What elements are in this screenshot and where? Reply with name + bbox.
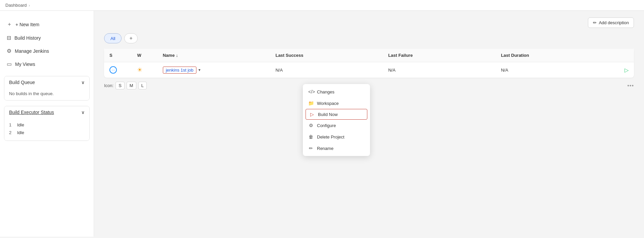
- cell-weather-icon: ☀: [132, 62, 157, 78]
- views-icon: ▭: [7, 61, 12, 67]
- breadcrumb: Dashboard ›: [0, 0, 644, 11]
- main-layout: ＋ + New Item ⊟ Build History ⚙ Manage Je…: [0, 11, 644, 237]
- size-btn-s[interactable]: S: [116, 82, 125, 89]
- folder-icon: 📁: [308, 101, 314, 106]
- col-header-last-failure: Last Failure: [383, 49, 496, 62]
- build-history-label: Build History: [14, 35, 41, 41]
- plus-icon: ＋: [7, 21, 12, 28]
- cell-last-success: N/A: [270, 62, 383, 78]
- table-body: ··· ☀ jenkins 1st job ▾ N/A N/A N/A: [104, 62, 634, 78]
- col-header-last-success: Last Success: [270, 49, 383, 62]
- dropdown-menu: </> Changes 📁 Workspace ▷ Build Now ⚙ Co…: [303, 84, 370, 156]
- build-queue-section: Build Queue ∨ No builds in the queue.: [4, 76, 90, 101]
- job-dropdown-button[interactable]: ▾: [198, 68, 201, 72]
- build-queue-title: Build Queue: [9, 80, 35, 85]
- code-icon: </>: [308, 89, 314, 94]
- tab-add[interactable]: +: [124, 33, 137, 43]
- build-executor-title: Build Executor Status: [9, 110, 54, 115]
- sidebar-item-manage-jenkins[interactable]: ⚙ Manage Jenkins: [0, 44, 94, 57]
- add-description-button[interactable]: ✏ Add description: [588, 17, 634, 28]
- col-header-w: W: [132, 49, 157, 62]
- size-btn-l[interactable]: L: [138, 82, 147, 89]
- col-header-s: S: [104, 49, 132, 62]
- more-options-icon[interactable]: •••: [627, 83, 634, 89]
- executor-status-1: Idle: [17, 122, 24, 127]
- add-description-label: Add description: [599, 20, 629, 25]
- chevron-down-icon-executor: ∨: [81, 110, 85, 115]
- dropdown-label-rename: Rename: [317, 146, 333, 151]
- cell-status-icon: ···: [104, 62, 132, 78]
- col-header-name[interactable]: Name ↓: [157, 49, 270, 62]
- configure-icon: ⚙: [308, 123, 314, 128]
- dropdown-item-build-now[interactable]: ▷ Build Now: [306, 109, 367, 120]
- size-btn-m[interactable]: M: [127, 82, 136, 89]
- gear-icon: ⚙: [7, 48, 11, 54]
- manage-jenkins-label: Manage Jenkins: [15, 48, 49, 54]
- build-queue-content: No builds in the queue.: [4, 88, 89, 100]
- executor-num-2: 2: [9, 130, 14, 135]
- build-queue-empty: No builds in the queue.: [9, 91, 54, 96]
- icon-size-label: Icon:: [104, 83, 113, 88]
- cell-last-duration: N/A: [496, 62, 608, 78]
- job-name-link[interactable]: jenkins 1st job: [163, 67, 196, 74]
- executor-item-2: 2 Idle: [9, 129, 85, 136]
- executor-num-1: 1: [9, 122, 14, 127]
- dropdown-label-workspace: Workspace: [317, 101, 339, 106]
- build-executor-header[interactable]: Build Executor Status ∨: [4, 106, 89, 118]
- rename-icon: ✏: [308, 146, 314, 151]
- cell-last-failure: N/A: [383, 62, 496, 78]
- sidebar-item-new-item[interactable]: ＋ + New Item: [0, 17, 94, 31]
- new-item-label: + New Item: [15, 22, 39, 27]
- breadcrumb-chevron: ›: [29, 3, 30, 7]
- weather-sun-icon: ☀: [137, 67, 142, 73]
- tab-all[interactable]: All: [104, 33, 122, 43]
- table-header-row: S W Name ↓ Last Success Last Failure Las…: [104, 49, 634, 62]
- tab-row: All +: [104, 33, 634, 43]
- dropdown-label-configure: Configure: [317, 123, 336, 128]
- dropdown-item-configure[interactable]: ⚙ Configure: [303, 120, 370, 131]
- chevron-down-icon: ∨: [81, 80, 85, 85]
- dropdown-label-changes: Changes: [317, 89, 334, 94]
- play-icon[interactable]: ▷: [625, 67, 629, 73]
- col-header-last-duration: Last Duration: [496, 49, 608, 62]
- dropdown-label-build-now: Build Now: [318, 112, 338, 117]
- build-queue-header[interactable]: Build Queue ∨: [4, 76, 89, 88]
- sidebar: ＋ + New Item ⊟ Build History ⚙ Manage Je…: [0, 11, 94, 237]
- col-header-action: [608, 49, 634, 62]
- dropdown-item-changes[interactable]: </> Changes: [303, 86, 370, 97]
- build-executor-content: 1 Idle 2 Idle: [4, 118, 89, 141]
- trash-icon: 🗑: [308, 134, 314, 140]
- cell-job-name: jenkins 1st job ▾: [157, 62, 270, 78]
- executor-status-2: Idle: [17, 130, 24, 135]
- my-views-label: My Views: [15, 62, 35, 67]
- cell-play-action[interactable]: ▷: [608, 62, 634, 78]
- job-name-cell: jenkins 1st job ▾: [163, 67, 265, 74]
- sidebar-item-build-history[interactable]: ⊟ Build History: [0, 31, 94, 44]
- jobs-table: S W Name ↓ Last Success Last Failure Las…: [104, 49, 634, 78]
- history-icon: ⊟: [7, 35, 11, 41]
- table-header: S W Name ↓ Last Success Last Failure Las…: [104, 49, 634, 62]
- dropdown-label-delete: Delete Project: [317, 134, 344, 140]
- status-blue-circle: ···: [109, 66, 117, 74]
- pencil-icon: ✏: [593, 20, 597, 25]
- build-executor-section: Build Executor Status ∨ 1 Idle 2 Idle: [4, 106, 90, 141]
- breadcrumb-dashboard[interactable]: Dashboard: [5, 3, 27, 8]
- sidebar-item-my-views[interactable]: ▭ My Views: [0, 57, 94, 71]
- dropdown-item-rename[interactable]: ✏ Rename: [303, 143, 370, 154]
- build-now-icon: ▷: [309, 112, 315, 117]
- table-row: ··· ☀ jenkins 1st job ▾ N/A N/A N/A: [104, 62, 634, 78]
- dropdown-item-workspace[interactable]: 📁 Workspace: [303, 97, 370, 109]
- content-header: ✏ Add description: [104, 17, 634, 28]
- dropdown-item-delete[interactable]: 🗑 Delete Project: [303, 131, 370, 143]
- content-area: ✏ Add description All + S W Name ↓ Last …: [94, 11, 644, 237]
- executor-item-1: 1 Idle: [9, 121, 85, 129]
